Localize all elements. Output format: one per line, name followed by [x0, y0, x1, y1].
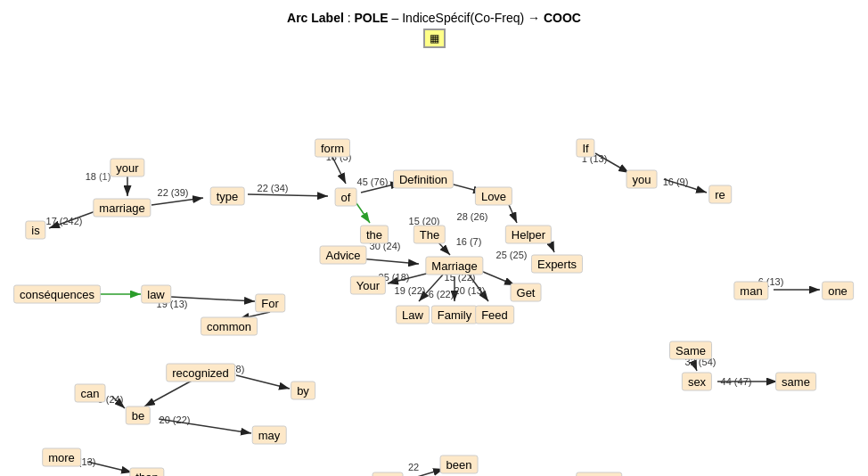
edge-label-22-has: 22 [408, 462, 419, 472]
node-sex[interactable]: sex [682, 373, 712, 391]
node-may[interactable]: may [252, 426, 287, 445]
node-family[interactable]: Family [431, 306, 478, 324]
node-you[interactable]: you [626, 170, 658, 189]
node-your2[interactable]: Your [350, 276, 386, 295]
header-colon: : [348, 11, 351, 25]
grid-icon[interactable]: ▦ [423, 29, 446, 48]
edge-label-20-13: 20 (13) [454, 285, 486, 296]
node-if[interactable]: If [576, 139, 594, 158]
svg-line-22 [236, 375, 290, 389]
node-law[interactable]: Law [396, 306, 430, 324]
node-re[interactable]: re [708, 185, 732, 204]
node-for[interactable]: For [255, 294, 285, 313]
arc-label-title: Arc Label [287, 11, 344, 25]
node-advice[interactable]: Advice [319, 246, 366, 265]
edge-label-22-34: 22 (34) [258, 183, 289, 193]
edge-label-19-22: 19 (22) [395, 285, 426, 296]
svg-line-12 [359, 259, 419, 264]
edge-label-45-76: 45 (76) [357, 176, 389, 187]
svg-line-4 [151, 198, 203, 205]
header-arrow: → [528, 11, 540, 25]
node-of[interactable]: of [335, 188, 357, 207]
edge-label-44-47: 44 (47) [721, 376, 752, 387]
node-been[interactable]: been [440, 455, 479, 474]
edge-label-16-9: 16 (9) [663, 176, 689, 187]
node-than[interactable]: than [129, 468, 164, 477]
edge-label-6-22: 6 (22) [429, 289, 454, 300]
node-type[interactable]: type [210, 187, 245, 206]
node-man[interactable]: man [733, 282, 768, 300]
node-can[interactable]: can [75, 384, 106, 403]
edge-label-20-22: 20 (22) [160, 414, 191, 425]
edge-label-16-7: 16 (7) [456, 236, 482, 247]
node-by[interactable]: by [291, 382, 315, 400]
node-form[interactable]: form [315, 139, 350, 158]
edge-label-17-242: 17 (242) [46, 216, 83, 226]
edge-label-28-26: 28 (26) [457, 211, 488, 222]
cooc-label: COOC [544, 11, 581, 25]
svg-line-5 [248, 194, 328, 196]
indice-label: IndiceSpécif(Co-Freq) [402, 11, 524, 25]
node-the2[interactable]: The [414, 226, 446, 244]
node-helper[interactable]: Helper [505, 226, 552, 244]
node-get[interactable]: Get [511, 283, 542, 302]
node-definition[interactable]: Definition [393, 170, 454, 189]
header-dash: – [392, 11, 399, 25]
edge-label-25-25: 25 (25) [496, 250, 528, 260]
node-recognized[interactable]: recognized [166, 364, 235, 382]
edge-label-18-1: 18 (1) [86, 171, 111, 182]
node-same[interactable]: Same [669, 341, 712, 360]
node-consequences[interactable]: conséquences [13, 285, 101, 304]
header: Arc Label : POLE – IndiceSpécif(Co-Freq)… [0, 0, 868, 52]
node-one[interactable]: one [822, 282, 854, 300]
node-law2[interactable]: law [141, 285, 171, 304]
node-common[interactable]: common [201, 317, 258, 336]
graph-area: 18 (1) 22 (39) 22 (34) 17 (242) 18 (3) 4… [0, 52, 868, 476]
node-love[interactable]: Love [475, 187, 512, 206]
node-be[interactable]: be [126, 406, 151, 425]
pole-label: POLE [355, 11, 389, 25]
node-is[interactable]: is [25, 221, 45, 240]
svg-line-23 [144, 380, 193, 406]
node-known[interactable]: known [576, 472, 622, 477]
node-more[interactable]: more [42, 448, 81, 467]
svg-line-8 [356, 203, 370, 223]
node-your[interactable]: your [110, 159, 144, 177]
node-has[interactable]: has [373, 472, 404, 477]
node-feed[interactable]: Feed [475, 306, 514, 324]
node-marriage[interactable]: marriage [93, 199, 151, 217]
node-experts[interactable]: Experts [531, 255, 583, 274]
node-the[interactable]: the [360, 226, 389, 244]
node-same2[interactable]: same [775, 373, 816, 391]
edge-label-22-39: 22 (39) [158, 187, 189, 198]
node-marriage2[interactable]: Marriage [425, 257, 483, 275]
